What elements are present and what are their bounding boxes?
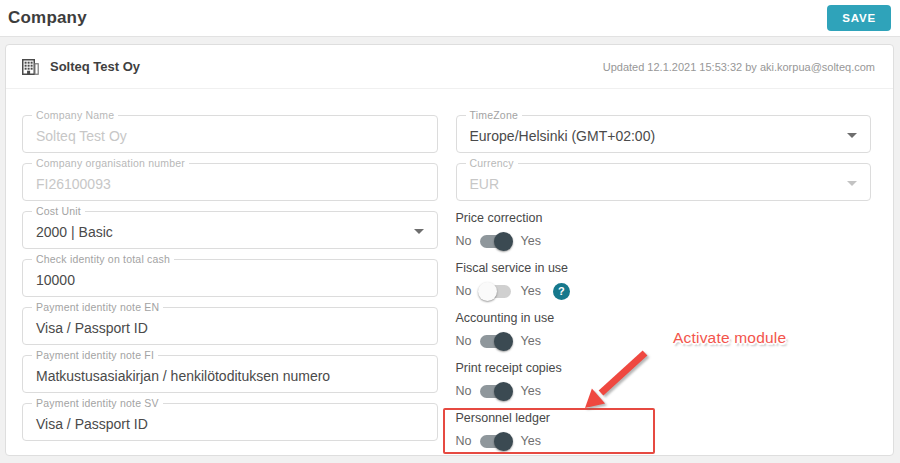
toggle-no-label: No: [456, 234, 472, 248]
field-label: Payment identity note EN: [32, 301, 163, 313]
field-value: Visa / Passport ID: [36, 416, 148, 432]
toggle-label: Accounting in use: [456, 311, 872, 325]
switch-knob: [494, 382, 513, 401]
cost-unit-select[interactable]: Cost Unit 2000 | Basic: [22, 211, 438, 249]
currency-select: Currency EUR: [456, 163, 872, 201]
toggle-no-label: No: [456, 334, 472, 348]
field-value: 10000: [36, 272, 75, 288]
toggle-label: Fiscal service in use: [456, 261, 872, 275]
switch-knob: [494, 332, 513, 351]
check-identity-field[interactable]: Check identity on total cash 10000: [22, 259, 438, 297]
field-label: Company organisation number: [32, 157, 189, 169]
toggle-fiscal-service: Fiscal service in use No Yes ?: [456, 261, 872, 301]
page-title: Company: [8, 8, 87, 28]
field-label: TimeZone: [466, 109, 522, 121]
toggle-personnel-ledger: Personnel ledger No Yes: [456, 411, 872, 451]
payment-note-fi-field[interactable]: Payment identity note FI Matkustusasiaki…: [22, 355, 438, 393]
accounting-switch[interactable]: [480, 335, 511, 348]
field-label: Payment identity note FI: [32, 349, 158, 361]
toggle-label: Print receipt copies: [456, 361, 872, 375]
switch-knob: [478, 282, 497, 301]
right-column: TimeZone Europe/Helsinki (GMT+02:00) Cur…: [456, 115, 872, 451]
field-label: Company Name: [32, 109, 118, 121]
payment-note-sv-field[interactable]: Payment identity note SV Visa / Passport…: [22, 403, 438, 441]
top-bar: Company SAVE: [0, 0, 900, 36]
timezone-select[interactable]: TimeZone Europe/Helsinki (GMT+02:00): [456, 115, 872, 153]
field-label: Payment identity note SV: [32, 397, 163, 409]
help-icon[interactable]: ?: [553, 283, 570, 300]
updated-timestamp: Updated 12.1.2021 15:53:32 by aki.korpua…: [603, 61, 875, 73]
field-value: Matkustusasiakirjan / henkilötodituksen …: [36, 368, 330, 384]
payment-note-en-field[interactable]: Payment identity note EN Visa / Passport…: [22, 307, 438, 345]
toggle-yes-label: Yes: [520, 434, 540, 448]
field-label: Currency: [466, 157, 518, 169]
save-button[interactable]: SAVE: [827, 5, 891, 31]
field-label: Check identity on total cash: [32, 253, 174, 265]
personnel-ledger-switch[interactable]: [480, 435, 511, 448]
field-value: 2000 | Basic: [36, 224, 113, 240]
chevron-down-icon: [847, 181, 857, 186]
toggle-no-label: No: [456, 384, 472, 398]
toggle-yes-label: Yes: [520, 284, 540, 298]
organisation-number-field: Company organisation number FI26100093: [22, 163, 438, 201]
toggle-print-receipt: Print receipt copies No Yes: [456, 361, 872, 401]
toggle-yes-label: Yes: [520, 384, 540, 398]
card-header: Solteq Test Oy Updated 12.1.2021 15:53:3…: [6, 45, 893, 89]
field-value: FI26100093: [36, 176, 111, 192]
toggle-label: Personnel ledger: [456, 411, 872, 425]
field-value: Solteq Test Oy: [36, 128, 127, 144]
field-label: Cost Unit: [32, 205, 85, 217]
switch-knob: [494, 232, 513, 251]
company-name-field: Company Name Solteq Test Oy: [22, 115, 438, 153]
field-value: Visa / Passport ID: [36, 320, 148, 336]
field-value: Europe/Helsinki (GMT+02:00): [470, 128, 656, 144]
switch-knob: [494, 432, 513, 451]
field-value: EUR: [470, 176, 500, 192]
toggle-price-correction: Price correction No Yes: [456, 211, 872, 251]
toggle-accounting: Accounting in use No Yes: [456, 311, 872, 351]
fiscal-service-switch[interactable]: [480, 285, 511, 298]
left-column: Company Name Solteq Test Oy Company orga…: [22, 115, 438, 451]
toggle-no-label: No: [456, 434, 472, 448]
company-card: Solteq Test Oy Updated 12.1.2021 15:53:3…: [5, 44, 894, 456]
toggle-label: Price correction: [456, 211, 872, 225]
card-body: Company Name Solteq Test Oy Company orga…: [6, 89, 893, 451]
print-receipt-switch[interactable]: [480, 385, 511, 398]
price-correction-switch[interactable]: [480, 235, 511, 248]
annotation-text: Activate module: [673, 329, 786, 347]
toggle-yes-label: Yes: [520, 334, 540, 348]
chevron-down-icon[interactable]: [847, 133, 857, 138]
building-icon: [22, 59, 39, 75]
company-name-heading: Solteq Test Oy: [50, 59, 140, 74]
chevron-down-icon[interactable]: [414, 229, 424, 234]
toggle-yes-label: Yes: [520, 234, 540, 248]
toggle-no-label: No: [456, 284, 472, 298]
